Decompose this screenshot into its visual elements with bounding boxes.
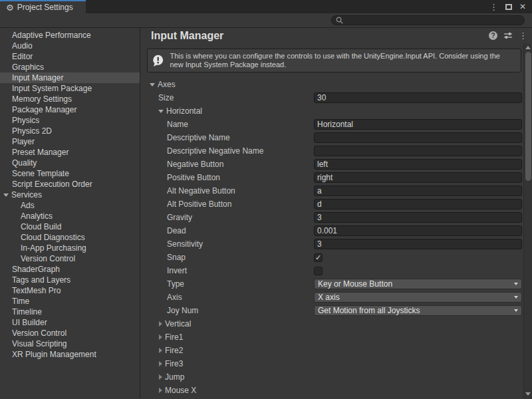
sidebar-item-analytics[interactable]: Analytics [0,211,140,221]
sidebar-item-xr-plugin-management[interactable]: XR Plugin Management [0,349,140,360]
sidebar-item-label: Tags and Layers [12,275,70,285]
search-input[interactable] [346,17,520,25]
foldout-open-icon[interactable] [158,110,164,113]
sidebar-item-time[interactable]: Time [0,296,140,307]
panel-menu-icon[interactable]: ⋮ [519,31,527,40]
close-icon[interactable]: ✕ [519,3,526,11]
foldout-closed-icon[interactable] [159,334,162,340]
sidebar-item-player[interactable]: Player [0,136,140,147]
row-value: 30 [314,92,522,103]
sidebar-item-textmesh-pro[interactable]: TextMesh Pro [0,285,140,296]
help-icon[interactable]: ? [489,31,497,40]
descriptive-negative-name-field[interactable] [314,146,522,156]
sidebar-item-label: Graphics [12,63,44,72]
negative-button-field[interactable]: left [314,159,522,170]
sidebar-item-script-execution-order[interactable]: Script Execution Order [0,179,140,190]
sidebar-item-timeline[interactable]: Timeline [0,307,140,317]
foldout-closed-icon[interactable] [159,321,162,327]
joy-num-dropdown[interactable]: Get Motion from all Joysticks [314,305,522,316]
row-value: 3 [314,212,522,223]
gear-icon: ⚙ [6,3,14,12]
sidebar-item-label: Physics [12,116,39,125]
vertical-scrollbar[interactable] [523,43,532,398]
snap-checkbox[interactable]: ✓ [314,253,323,262]
scroll-down-icon[interactable] [525,392,531,396]
sidebar-item-label: Ads [21,201,35,210]
sidebar-item-memory-settings[interactable]: Memory Settings [0,94,140,104]
invert-checkbox[interactable] [314,267,323,275]
type-dropdown[interactable]: Key or Mouse Button [314,279,522,289]
row-label: Vertical [140,319,314,329]
foldout-closed-icon[interactable] [159,348,162,353]
sidebar-item-scene-template[interactable]: Scene Template [0,168,140,179]
sidebar-item-tags-and-layers[interactable]: Tags and Layers [0,275,140,285]
sidebar-item-physics-2d[interactable]: Physics 2D [0,126,140,136]
sidebar-item-cloud-build[interactable]: Cloud Build [0,221,140,232]
row-value [314,267,522,275]
row-fire3: Fire3 [140,357,523,370]
row-label-text: Descriptive Negative Name [167,146,263,156]
row-label-text: Axes [158,80,176,89]
axis-dropdown[interactable]: X axis [314,292,522,303]
sidebar-item-quality[interactable]: Quality [0,158,140,168]
sidebar-item-label: In-App Purchasing [21,243,86,253]
toolbar [0,13,532,28]
foldout-closed-icon[interactable] [159,388,162,393]
alt-negative-button-field[interactable]: a [314,186,522,196]
sensitivity-field[interactable]: 3 [314,239,522,249]
positive-button-field[interactable]: right [314,172,522,183]
sidebar-item-input-manager[interactable]: Input Manager [0,72,140,83]
row-fire1: Fire1 [140,331,523,344]
sidebar-item-ads[interactable]: Ads [0,200,140,211]
search-box[interactable] [331,15,525,25]
sidebar-item-package-manager[interactable]: Package Manager [0,104,140,115]
tab-project-settings[interactable]: ⚙ Project Settings [0,0,86,13]
sidebar-item-adaptive-performance[interactable]: Adaptive Performance [0,30,140,41]
presets-icon[interactable] [503,31,513,40]
sidebar-item-label: Adaptive Performance [12,31,91,40]
foldout-open-icon[interactable] [3,194,9,197]
row-label-text: Horizontal [166,106,202,116]
sidebar-item-cloud-diagnostics[interactable]: Cloud Diagnostics [0,232,140,243]
sidebar-item-visual-scripting[interactable]: Visual Scripting [0,338,140,349]
sidebar-item-audio[interactable]: Audio [0,41,140,51]
sidebar-item-preset-manager[interactable]: Preset Manager [0,147,140,158]
scroll-up-icon[interactable] [525,46,531,49]
name-field[interactable]: Horizontal [314,119,522,130]
sidebar-item-services[interactable]: Services [0,190,140,200]
sidebar-item-ui-builder[interactable]: UI Builder [0,317,140,328]
sidebar-item-version-control[interactable]: Version Control [0,328,140,338]
sidebar-item-input-system-package[interactable]: Input System Package [0,83,140,94]
sidebar-item-shadergraph[interactable]: ShaderGraph [0,264,140,275]
gravity-field[interactable]: 3 [314,212,522,223]
sidebar-item-label: Package Manager [12,105,76,114]
window-menu-icon[interactable]: ⋮ [489,3,498,11]
window-controls: ⋮ ✕ [489,0,526,13]
sidebar-item-graphics[interactable]: Graphics [0,62,140,72]
sidebar-item-editor[interactable]: Editor [0,51,140,62]
row-label: Descriptive Negative Name [140,146,314,156]
foldout-closed-icon[interactable] [159,361,162,366]
sidebar-item-in-app-purchasing[interactable]: In-App Purchasing [0,243,140,253]
row-alt-positive-button: Alt Positive Buttond [140,198,523,211]
foldout-closed-icon[interactable] [159,374,162,380]
foldout-open-icon[interactable] [150,83,155,86]
alt-positive-button-field[interactable]: d [314,199,522,209]
row-value: ✓ [314,253,522,262]
sidebar-item-version-control[interactable]: Version Control [0,253,140,264]
sidebar-item-label: Time [12,297,29,306]
row-label: Axis [140,293,314,302]
row-value [314,132,522,143]
scrollbar-thumb[interactable] [525,52,531,181]
row-label: Jump [140,372,314,382]
row-axis: AxisX axis [140,291,523,304]
row-axes: Axes [140,78,523,91]
row-value: Get Motion from all Joysticks [314,305,522,316]
dead-field[interactable]: 0.001 [314,225,522,236]
size-field[interactable]: 30 [314,92,522,103]
sidebar-item-physics[interactable]: Physics [0,115,140,126]
sidebar-item-label: Timeline [12,307,42,317]
maximize-icon[interactable] [505,4,512,10]
descriptive-name-field[interactable] [314,132,522,143]
row-label-text: Dead [167,226,186,235]
